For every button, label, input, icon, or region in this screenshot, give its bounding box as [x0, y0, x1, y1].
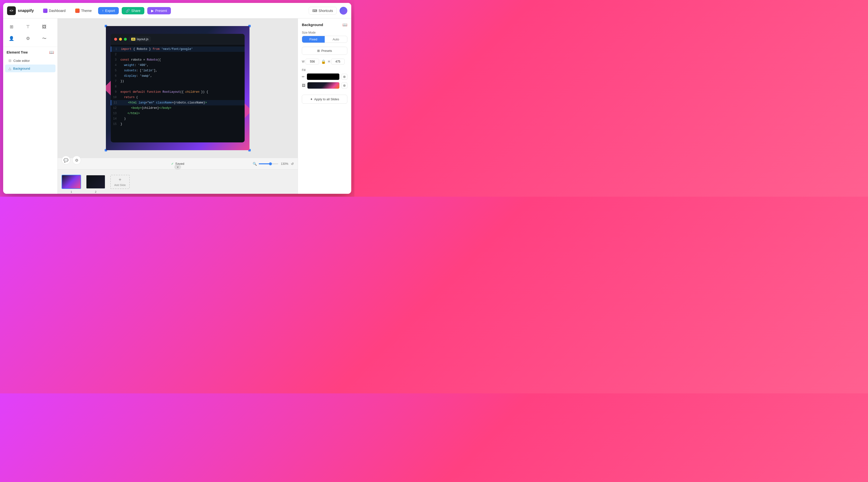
fill-remove-button-2[interactable]: ⊗ [341, 83, 347, 88]
presets-icon: ⊞ [317, 49, 320, 53]
code-line-11: 11 <html lang="en" className={roboto.cla… [111, 100, 245, 106]
code-line-4: 4 weight: '400', [111, 63, 245, 68]
fill-row-2: 🖼 ⊗ [302, 82, 347, 89]
add-icon: + [119, 177, 121, 183]
panel-title: Background 📖 [302, 22, 347, 27]
slide-num-2: 2 [95, 190, 96, 193]
zoom-thumb[interactable] [269, 162, 272, 165]
code-line-12: 12 <body>{children}</body> [111, 106, 245, 111]
sidebar-item-background[interactable]: △ Background [5, 64, 56, 72]
slide-num-1: 1 [70, 190, 72, 193]
shortcuts-icon: ⌨ [312, 9, 317, 13]
book-open-icon: 📖 [342, 22, 347, 27]
fixed-mode-button[interactable]: Fixed [302, 36, 325, 42]
logo-area: <> snappify [7, 6, 34, 15]
width-label: W [302, 60, 305, 63]
code-line-13: 13 </html> [111, 111, 245, 116]
file-tab[interactable]: JS layout.js [129, 36, 151, 42]
code-body: 1 import { Roboto } from 'next/font/goog… [111, 44, 245, 142]
sidebar-icon-row: ⊞ ⊤ 🖼 👤 ⚙ 〜 [3, 19, 57, 47]
code-line-15: 15 } [111, 121, 245, 127]
width-field: W [302, 59, 319, 64]
code-line-8: 8 [111, 84, 245, 89]
lock-icon: 🔒 [321, 59, 326, 64]
zoom-reset-icon[interactable]: ↺ [291, 162, 294, 166]
element-tree-title: Element Tree [7, 51, 28, 54]
add-slide-button[interactable]: + Add Slide [110, 175, 130, 189]
slide-canvas[interactable]: JS layout.js 1 import { Roboto } from 'n… [106, 26, 249, 150]
fill-color-gradient[interactable] [307, 82, 340, 89]
shortcuts-button[interactable]: ⌨ Shortcuts [309, 7, 337, 14]
sidebar-icon-layout[interactable]: ⊞ [6, 22, 17, 32]
auto-mode-button[interactable]: Auto [325, 36, 347, 42]
right-panel: Background 📖 Size Mode Fixed Auto ⊞ Pres… [298, 19, 351, 194]
zoom-track-fill [259, 163, 271, 164]
chat-button[interactable]: 💬 [62, 156, 70, 164]
slide-thumb-2-inner [86, 175, 105, 188]
slide-thumb-1[interactable] [62, 175, 81, 189]
settings-button[interactable]: ⚙ [72, 156, 81, 164]
share-icon: 🔗 [126, 9, 130, 13]
zoom-slider[interactable] [259, 163, 278, 164]
code-line-9: 9 export default function RootLayout({ c… [111, 89, 245, 95]
canvas-content: JS layout.js 1 import { Roboto } from 'n… [58, 19, 298, 158]
dimensions-row: W 🔒 H [302, 59, 347, 64]
sidebar-icon-user[interactable]: 👤 [6, 33, 17, 44]
height-input[interactable] [331, 59, 345, 64]
width-input[interactable] [306, 59, 319, 64]
canvas-area: JS layout.js 1 import { Roboto } from 'n… [58, 19, 298, 194]
logo-icon: <> [7, 6, 16, 15]
fill-remove-button-1[interactable]: ⊗ [341, 74, 347, 80]
book-open-icon: 📖 [49, 50, 54, 55]
code-line-14: 14 ) [111, 116, 245, 121]
size-mode-section: Size Mode Fixed Auto [302, 31, 347, 43]
fill-image-icon: 🖼 [302, 84, 305, 87]
check-icon: ✓ [171, 162, 174, 165]
apply-to-all-button[interactable]: ✦ Apply to all Slides [302, 95, 347, 104]
code-line-2: 2 [111, 52, 245, 57]
sidebar-icon-text[interactable]: ⊤ [23, 22, 33, 32]
fill-label: Fill [302, 68, 347, 72]
theme-button[interactable]: Theme [72, 7, 95, 14]
present-button[interactable]: ▶ Present [147, 7, 171, 14]
export-icon: ↑ [102, 9, 104, 13]
element-tree-header: Element Tree 📖 [3, 47, 57, 57]
sidebar-icon-wave[interactable]: 〜 [39, 33, 50, 44]
code-editor-titlebar: JS layout.js [111, 34, 245, 44]
present-icon: ▶ [151, 9, 154, 13]
code-line-6: 6 display: 'swap', [111, 73, 245, 79]
traffic-light-yellow [119, 38, 122, 41]
slide-thumbnails: 1 2 + Add Slide [58, 170, 298, 194]
share-button[interactable]: 🔗 Share [122, 7, 144, 14]
fill-pen-icon: ✏ [302, 75, 305, 79]
size-mode-toggle: Fixed Auto [302, 36, 347, 43]
fill-row-1: ✏ ⊗ [302, 73, 347, 80]
dashboard-icon [43, 8, 48, 13]
triangle-icon: △ [8, 66, 11, 70]
dashboard-button[interactable]: Dashboard [40, 7, 69, 14]
code-editor-window: JS layout.js 1 import { Roboto } from 'n… [111, 34, 245, 142]
height-label: H [328, 60, 330, 63]
zoom-in-icon[interactable]: 🔍 [253, 162, 257, 166]
slide-canvas-inner: JS layout.js 1 import { Roboto } from 'n… [106, 26, 249, 150]
size-mode-label: Size Mode [302, 31, 347, 34]
fill-color-black[interactable] [307, 73, 340, 80]
sidebar-icon-image[interactable]: 🖼 [39, 22, 50, 32]
fill-section: Fill ✏ ⊗ 🖼 ⊗ [302, 68, 347, 91]
bottom-left-icons: 💬 ⚙ [62, 156, 81, 164]
code-editor-icon: ⊟ [8, 59, 11, 63]
js-icon: JS [131, 38, 135, 41]
code-line-10: 10 return ( [111, 95, 245, 100]
zoom-controls: 🔍 130% ↺ [253, 162, 294, 166]
presets-button[interactable]: ⊞ Presets [302, 47, 347, 55]
panel-toggle[interactable]: ∨ [174, 164, 181, 170]
user-avatar[interactable] [340, 7, 347, 14]
traffic-light-green [124, 38, 127, 41]
sidebar-icon-settings[interactable]: ⚙ [23, 33, 33, 44]
zoom-level: 130% [280, 162, 289, 165]
export-button[interactable]: ↑ Export [98, 7, 119, 14]
code-line-3: 3 const roboto = Roboto({ [111, 57, 245, 63]
slide-thumb-2[interactable] [86, 175, 105, 189]
theme-icon [75, 8, 80, 13]
sidebar-item-code-editor[interactable]: ⊟ Code editor [5, 57, 56, 64]
